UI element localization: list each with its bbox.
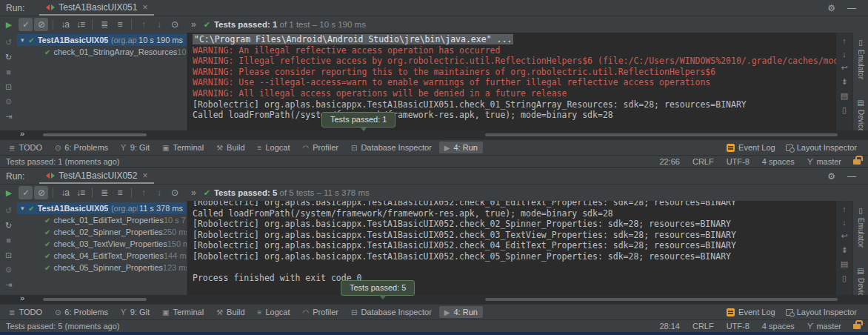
up-stacktrace-icon[interactable]: ↑ — [842, 205, 847, 213]
run-config-tab[interactable]: TestA1BasicUIX052 × — [39, 168, 154, 184]
screenshot-icon[interactable]: ⊡ — [5, 82, 12, 92]
soft-wrap-icon[interactable]: ↩ — [841, 231, 847, 241]
hide-tool-window-icon[interactable]: — — [847, 171, 856, 182]
hide-tool-window-icon[interactable]: — — [847, 3, 856, 13]
test-tree-row[interactable]: ✔ check_05_Spinner_Properties 123 ms — [17, 262, 187, 273]
event-log-button[interactable]: Event Log — [721, 306, 781, 318]
tool-button-build[interactable]: ⚒Build — [211, 142, 250, 153]
tool-button-todo[interactable]: ≣TODO — [4, 142, 47, 153]
show-passed-icon[interactable]: ✓ — [19, 18, 33, 31]
tool-button-database-inspector[interactable]: ⊟Database Inspector — [346, 142, 437, 153]
test-tree-root-row[interactable]: ▾ ✔ TestA1BasicUIX052 (org.aplas.basicap… — [17, 202, 187, 214]
previous-failed-test-icon[interactable]: ↑ — [136, 186, 150, 199]
tool-button-database-inspector[interactable]: ⊟Database Inspector — [346, 306, 437, 318]
up-stacktrace-icon[interactable]: ↑ — [842, 36, 847, 45]
rerun-failed-tests-icon[interactable]: ↻ — [5, 52, 12, 62]
next-failed-test-icon[interactable]: ↓ — [152, 186, 166, 199]
tool-button-run[interactable]: ▶4: Run — [439, 142, 483, 153]
down-stacktrace-icon[interactable]: ↓ — [842, 50, 847, 59]
print-icon[interactable]: ▤ — [841, 259, 848, 269]
clear-console-icon[interactable]: ▯ — [842, 273, 847, 283]
run-config-tab[interactable]: TestA1BasicUIX051 × — [39, 0, 154, 16]
show-passed-icon[interactable]: ✓ — [19, 186, 33, 199]
separator[interactable] — [131, 19, 132, 30]
test-tree-root-row[interactable]: ▾ ✔ TestA1BasicUIX051 (org.aplas.basicap… — [17, 34, 187, 46]
device-file-explorer-strip-button[interactable]: ▤ Device File Explorer — [857, 267, 865, 295]
next-failed-test-icon[interactable]: ↓ — [152, 18, 166, 31]
tool-button-terminal[interactable]: ▣Terminal — [157, 142, 209, 153]
tool-button-git[interactable]: ϒ9: Git — [116, 142, 155, 153]
device-file-explorer-strip-button[interactable]: ▤ Device File Explorer — [857, 99, 865, 130]
unlock-icon[interactable] — [853, 324, 861, 329]
tool-button-run[interactable]: ▶4: Run — [439, 306, 483, 318]
show-ignored-icon[interactable]: ⊘ — [34, 18, 48, 31]
clear-console-icon[interactable]: ▯ — [842, 105, 847, 115]
scrollbar-thumb[interactable] — [485, 133, 838, 136]
caret-position-widget[interactable]: 28:14 — [659, 322, 680, 331]
test-tree-row[interactable]: ✔ check_02_Spinner_Properties 250 ms — [17, 226, 187, 238]
test-history-icon[interactable]: ⊙ — [167, 186, 181, 199]
screen-record-icon[interactable]: ⚙ — [5, 96, 13, 107]
scroll-to-end-icon[interactable]: ⇟ — [841, 77, 847, 87]
layout-inspector-button[interactable]: Layout Inspector — [781, 306, 862, 318]
separator[interactable] — [53, 19, 53, 30]
rerun-failed-tests-icon[interactable]: ↻ — [5, 220, 12, 230]
tool-button-profiler[interactable]: ◠Profiler — [297, 142, 344, 153]
tool-button-problems[interactable]: ⊙6: Problems — [50, 142, 113, 153]
encoding-widget[interactable]: UTF-8 — [727, 322, 750, 331]
sort-alphabetically-icon[interactable]: ↓a — [58, 18, 72, 31]
chevron-more-icon[interactable]: » — [20, 293, 24, 302]
emulator-strip-button[interactable]: ▯ Emulator — [857, 39, 865, 79]
run-play-icon[interactable]: ▶ — [0, 188, 18, 198]
chevron-down-icon[interactable]: ▾ — [21, 205, 28, 212]
tool-button-profiler[interactable]: ◠Profiler — [297, 306, 344, 318]
test-tree-row[interactable]: ✔ check_01_StringArray_Resources 10 s 19… — [17, 46, 187, 58]
print-icon[interactable]: ▤ — [841, 91, 848, 101]
tool-button-logcat[interactable]: ≡Logcat — [253, 142, 296, 153]
sort-by-duration-icon[interactable]: ↓≡ — [73, 186, 87, 199]
line-separator-widget[interactable]: CRLF — [692, 157, 714, 166]
sort-alphabetically-icon[interactable]: ↓a — [58, 186, 72, 199]
test-history-icon[interactable]: ⊙ — [167, 18, 181, 31]
separator[interactable] — [53, 188, 53, 198]
separator[interactable] — [92, 19, 93, 30]
scrollbar-thumb[interactable] — [43, 298, 147, 301]
event-log-button[interactable]: Event Log — [721, 142, 781, 153]
close-tab-icon[interactable]: × — [142, 170, 147, 181]
sort-by-duration-icon[interactable]: ↓≡ — [73, 18, 87, 31]
line-separator-widget[interactable]: CRLF — [692, 322, 714, 331]
exit-icon[interactable]: ⇥ — [5, 279, 12, 290]
emulator-strip-button[interactable]: ▯ Emulator — [857, 207, 865, 248]
git-branch-widget[interactable]: ϒmaster — [807, 322, 841, 331]
soft-wrap-icon[interactable]: ↩ — [841, 63, 847, 73]
stop-icon[interactable]: ■ — [6, 67, 11, 77]
scroll-to-end-icon[interactable]: ⇟ — [841, 245, 847, 255]
console-output[interactable]: [Robolectric] org.aplas.basicappx.TestA1… — [187, 201, 836, 295]
console-output[interactable]: "C:\Program Files\Android\Android Studio… — [187, 33, 836, 130]
collapse-all-icon[interactable]: ≡ — [113, 18, 127, 31]
rerun-icon[interactable]: ↺ — [5, 37, 12, 47]
expand-all-icon[interactable]: ≣ — [97, 18, 111, 31]
tool-button-terminal[interactable]: ▣Terminal — [157, 306, 209, 318]
screenshot-icon[interactable]: ⊡ — [5, 250, 12, 260]
layout-inspector-button[interactable]: Layout Inspector — [781, 142, 862, 153]
gear-icon[interactable]: ⚙ — [827, 3, 835, 13]
separator[interactable] — [131, 188, 132, 198]
exit-icon[interactable]: ⇥ — [5, 111, 12, 122]
scrollbar-thumb[interactable] — [43, 133, 147, 136]
test-tree-row[interactable]: ✔ check_03_TextView_Properties 150 ms — [17, 238, 187, 250]
collapse-all-icon[interactable]: ≡ — [113, 186, 127, 199]
scrollbar-thumb[interactable] — [485, 298, 838, 301]
separator[interactable] — [92, 188, 93, 198]
encoding-widget[interactable]: UTF-8 — [727, 157, 750, 166]
toolbar-overflow-icon[interactable]: » — [191, 188, 196, 198]
tool-button-logcat[interactable]: ≡Logcat — [253, 306, 296, 318]
chevron-more-icon[interactable]: » — [20, 129, 24, 138]
unlock-icon[interactable] — [853, 159, 861, 165]
tool-button-problems[interactable]: ⊙6: Problems — [50, 306, 113, 318]
git-branch-widget[interactable]: ϒmaster — [807, 157, 841, 166]
tool-button-build[interactable]: ⚒Build — [211, 306, 250, 318]
chevron-down-icon[interactable]: ▾ — [21, 36, 28, 44]
caret-position-widget[interactable]: 22:66 — [659, 157, 680, 166]
tool-button-git[interactable]: ϒ9: Git — [116, 306, 155, 318]
